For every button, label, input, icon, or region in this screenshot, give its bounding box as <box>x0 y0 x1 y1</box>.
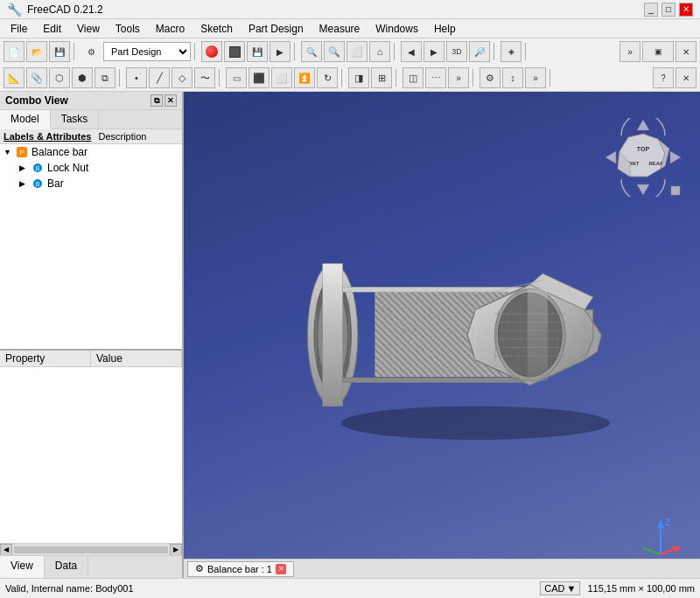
app-icon: 🔧 <box>7 3 22 17</box>
body-button[interactable]: ⬡ <box>49 67 70 88</box>
combo-float-button[interactable]: ⧉ <box>150 94 163 107</box>
arrow-right-button[interactable]: ▶ <box>424 41 444 62</box>
menu-sketch[interactable]: Sketch <box>193 21 240 37</box>
h-scroll-bar[interactable]: ◀ ▶ <box>0 543 182 555</box>
close-right-button[interactable]: ✕ <box>676 67 696 88</box>
view-more-1[interactable]: ▣ <box>642 41 674 62</box>
main-layout: Combo View ⧉ ✕ Model Tasks Labels & Attr… <box>0 92 700 578</box>
solid-button[interactable]: ⬜ <box>271 67 292 88</box>
nav-cube[interactable]: TOP FRONT REAR <box>604 118 674 188</box>
tree-item-lock-nut[interactable]: ▶ B Lock Nut <box>0 160 182 176</box>
spline-button[interactable]: 〜 <box>194 67 215 88</box>
menu-help[interactable]: Help <box>427 21 463 37</box>
menu-macro[interactable]: Macro <box>149 21 192 37</box>
point-button[interactable]: • <box>126 67 147 88</box>
pd-extra-3[interactable]: » <box>525 67 546 88</box>
description-header[interactable]: Description <box>98 131 146 142</box>
face-button[interactable]: ⬛ <box>248 67 270 88</box>
toolbar-row-1: 📄 📂 💾 ⚙ Part Design 💾 ▶ 🔍 🔍 ⬜ ⌂ ◀ ▶ 3D <box>0 38 700 65</box>
view-home-button[interactable]: ⌂ <box>369 41 390 62</box>
attach-sketch-button[interactable]: 📎 <box>26 67 47 88</box>
tree-item-bar[interactable]: ▶ B Bar <box>0 176 182 191</box>
pd-extra-2[interactable]: ↕ <box>502 67 523 88</box>
combo-close-button[interactable]: ✕ <box>164 94 177 107</box>
menu-windows[interactable]: Windows <box>368 21 425 37</box>
more-pd-button[interactable]: » <box>448 67 469 88</box>
tab-model[interactable]: Model <box>0 110 51 129</box>
view-box-button[interactable]: ⬜ <box>346 41 368 62</box>
cad-dropdown[interactable]: CAD ▼ <box>540 581 580 595</box>
diamond-button[interactable]: ◇ <box>172 67 192 88</box>
status-right: CAD ▼ 115,15 mm × 100,00 mm <box>540 581 695 595</box>
view-std-button[interactable]: ◈ <box>500 41 522 62</box>
labels-attributes-header[interactable]: Labels & Attributes <box>4 131 91 142</box>
toolbar-separator-3 <box>294 43 298 60</box>
dimensions-label: 115,15 mm × 100,00 mm <box>587 583 695 594</box>
stop-button[interactable] <box>224 41 245 62</box>
title-bar: 🔧 FreeCAD 0.21.2 _ □ ✕ <box>0 0 700 19</box>
tool-d[interactable]: ⋯ <box>425 67 446 88</box>
viewport-tab-balance-bar[interactable]: ⚙ Balance bar : 1 ✕ <box>187 561 294 577</box>
tool-a[interactable]: ◨ <box>348 67 369 88</box>
play-button[interactable]: ▶ <box>270 41 290 62</box>
line-button[interactable]: ╱ <box>149 67 170 88</box>
menu-measure[interactable]: Measure <box>312 21 368 37</box>
tab-view[interactable]: View <box>0 556 45 578</box>
part-button[interactable]: ⬢ <box>72 67 93 88</box>
expand-lock-nut[interactable]: ▶ <box>19 163 28 172</box>
status-bar: Valid, Internal name: Body001 CAD ▼ 115,… <box>0 578 700 597</box>
menu-part-design[interactable]: Part Design <box>242 21 311 37</box>
menu-tools[interactable]: Tools <box>108 21 147 37</box>
extrude-button[interactable]: ⏫ <box>294 67 315 88</box>
tree-section: Labels & Attributes Description ▼ P Bala… <box>0 129 182 351</box>
new-sketch-button[interactable]: 📐 <box>4 67 24 88</box>
save-file-button[interactable]: 💾 <box>49 41 70 62</box>
scroll-left-arrow[interactable]: ◀ <box>0 544 12 556</box>
tool-c[interactable]: ◫ <box>402 67 424 88</box>
workbench-combo[interactable]: Part Design <box>103 42 191 61</box>
svg-point-55 <box>341 407 610 440</box>
tab-data[interactable]: Data <box>45 556 88 578</box>
new-file-button[interactable]: 📄 <box>4 41 24 62</box>
combo-header-buttons: ⧉ ✕ <box>150 94 177 107</box>
close-button[interactable]: ✕ <box>679 3 693 17</box>
menu-view[interactable]: View <box>70 21 107 37</box>
svg-rect-54 <box>528 289 548 381</box>
expand-bar[interactable]: ▶ <box>19 179 28 188</box>
bottom-tabs: View Data <box>0 555 182 578</box>
cad-dropdown-arrow[interactable]: ▼ <box>567 583 577 594</box>
revolve-button[interactable]: ↻ <box>317 67 338 88</box>
svg-text:TOP: TOP <box>637 146 650 152</box>
zoom-out-button[interactable]: 🔍 <box>324 41 345 62</box>
plane-button[interactable]: ▭ <box>226 67 247 88</box>
menu-file[interactable]: File <box>4 21 34 37</box>
expand-balance-bar[interactable]: ▼ <box>4 148 12 156</box>
zoom-in-button[interactable]: 🔍 <box>301 41 322 62</box>
pd-separator-4 <box>396 69 399 87</box>
scroll-track[interactable] <box>14 546 168 553</box>
tree-item-balance-bar[interactable]: ▼ P Balance bar <box>0 144 182 160</box>
record-button[interactable] <box>201 41 222 62</box>
title-controls[interactable]: _ □ ✕ <box>644 3 693 17</box>
view3d-button[interactable]: 3D <box>446 41 467 62</box>
vp-tab-close-button[interactable]: ✕ <box>276 564 286 574</box>
more-views-button[interactable]: » <box>620 41 640 62</box>
balance-bar-label: Balance bar <box>32 146 88 158</box>
pd-extra-1[interactable]: ⚙ <box>480 67 500 88</box>
close-viewport-button[interactable]: ✕ <box>676 41 696 62</box>
maximize-button[interactable]: □ <box>662 3 676 17</box>
save-macro-button[interactable]: 💾 <box>247 41 268 62</box>
view-zoom-button[interactable]: 🔎 <box>469 41 490 62</box>
pd-separator-5 <box>472 69 476 87</box>
arrow-left-button[interactable]: ◀ <box>401 41 422 62</box>
menu-edit[interactable]: Edit <box>36 21 68 37</box>
clone-button[interactable]: ⧉ <box>94 67 116 88</box>
scroll-right-arrow[interactable]: ▶ <box>170 544 182 556</box>
viewport[interactable]: TOP FRONT REAR <box>184 92 700 578</box>
svg-rect-26 <box>323 263 343 406</box>
tool-b[interactable]: ⊞ <box>371 67 392 88</box>
help-button[interactable]: ? <box>653 67 674 88</box>
tab-tasks[interactable]: Tasks <box>51 110 100 129</box>
minimize-button[interactable]: _ <box>644 3 658 17</box>
open-file-button[interactable]: 📂 <box>26 41 47 62</box>
